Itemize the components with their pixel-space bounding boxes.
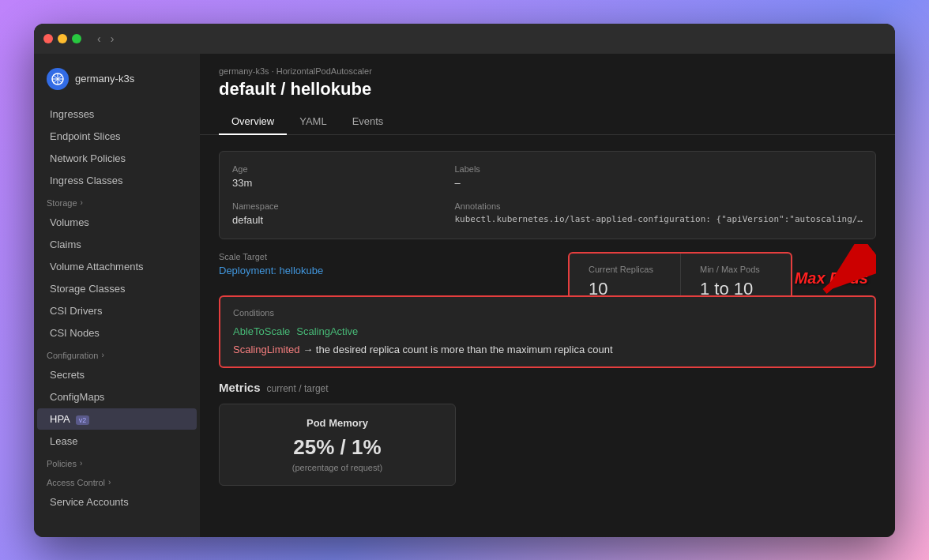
metrics-subtitle: current / target (267, 383, 329, 394)
traffic-lights (43, 34, 81, 43)
labels-label: Labels (454, 164, 863, 174)
storage-section-label: Storage (47, 198, 77, 208)
metrics-card-title: Pod Memory (232, 417, 442, 429)
sidebar-section-policies[interactable]: Policies › (34, 453, 200, 472)
age-field: Age 33m (232, 164, 442, 189)
content-area: germany-k3s · HorizontalPodAutoscaler de… (200, 54, 895, 537)
sidebar-item-network-policies[interactable]: Network Policies (37, 148, 197, 169)
age-label: Age (232, 164, 442, 174)
sidebar-item-endpoint-slices[interactable]: Endpoint Slices (37, 126, 197, 147)
content-body: Age 33m Labels – Namespace default Ann (200, 135, 895, 537)
sidebar-section-storage[interactable]: Storage › (34, 192, 200, 211)
cluster-name-label: germany-k3s (75, 73, 134, 85)
annotations-field: Annotations kubectl.kubernetes.io/last-a… (454, 201, 863, 226)
scale-target-label: Scale Target (219, 252, 555, 261)
access-control-section-label: Access Control (47, 478, 105, 487)
forward-button[interactable]: › (107, 31, 118, 47)
configuration-section-label: Configuration (47, 351, 98, 360)
condition-tag-able-to-scale: AbleToScale (233, 325, 290, 337)
sidebar-item-csi-drivers[interactable]: CSI Drivers (37, 300, 197, 321)
condition-tag-scaling-active: ScalingActive (296, 325, 358, 337)
metrics-card-value: 25% / 1% (232, 435, 442, 460)
close-button[interactable] (43, 34, 53, 43)
metrics-card: Pod Memory 25% / 1% (percentage of reque… (219, 404, 456, 486)
info-grid: Age 33m Labels – Namespace default Ann (232, 164, 863, 226)
annotations-value: kubectl.kubernetes.io/last-applied-confi… (454, 214, 863, 224)
fullscreen-button[interactable] (72, 34, 81, 43)
configuration-section-arrow: › (101, 351, 103, 359)
policies-section-label: Policies (47, 459, 77, 468)
hpa-label: HPA (50, 413, 70, 425)
metrics-card-note: (percentage of request) (232, 463, 442, 472)
namespace-field: Namespace default (232, 201, 442, 226)
sidebar-section-access-control[interactable]: Access Control › (34, 472, 200, 490)
namespace-label: Namespace (232, 201, 442, 211)
minimize-button[interactable] (58, 34, 67, 43)
main-layout: germany-k3s Ingresses Endpoint Slices Ne… (34, 54, 895, 537)
scale-target-area: Scale Target Deployment: hellokube (219, 252, 555, 276)
age-value: 33m (232, 177, 442, 189)
sidebar-item-service-accounts[interactable]: Service Accounts (37, 491, 197, 513)
app-window: ‹ › germany-k3s Ingresses Endpoi (34, 24, 895, 537)
labels-value: – (454, 177, 863, 189)
namespace-value: default (232, 214, 442, 226)
page-title: default / hellokube (219, 79, 876, 100)
hpa-badge: v2 (76, 415, 90, 425)
conditions-title: Conditions (233, 308, 862, 318)
back-button[interactable]: ‹ (94, 31, 104, 47)
kubernetes-icon (47, 68, 69, 90)
annotations-label: Annotations (454, 201, 863, 211)
sidebar-item-lease[interactable]: Lease (37, 430, 197, 452)
sidebar-item-ingresses[interactable]: Ingresses (37, 103, 197, 125)
storage-section-arrow: › (81, 198, 83, 207)
condition-limited-text: ScalingLimited → the desired replica cou… (233, 344, 862, 355)
sidebar-item-csi-nodes[interactable]: CSI Nodes (37, 322, 197, 344)
nav-arrows: ‹ › (94, 31, 117, 47)
cluster-logo-area: germany-k3s (34, 62, 200, 103)
tabs-bar: Overview YAML Events (219, 109, 876, 134)
metrics-header: Metrics current / target (219, 381, 876, 394)
sidebar-item-configmaps[interactable]: ConfigMaps (37, 386, 197, 408)
condition-limited-tag: ScalingLimited (233, 344, 300, 355)
scale-target-value[interactable]: Deployment: hellokube (219, 265, 555, 276)
tab-overview[interactable]: Overview (219, 109, 287, 135)
current-replicas-label: Current Replicas (589, 265, 661, 274)
conditions-card: Conditions AbleToScale ScalingActive Sca… (219, 295, 876, 368)
sidebar-section-configuration[interactable]: Configuration › (34, 344, 200, 363)
titlebar: ‹ › (34, 24, 895, 54)
sidebar-item-claims[interactable]: Claims (37, 234, 197, 255)
labels-field: Labels – (454, 164, 863, 189)
sidebar-item-volumes[interactable]: Volumes (37, 212, 197, 233)
metrics-section: Metrics current / target Pod Memory 25% … (219, 381, 876, 486)
sidebar-item-volume-attachments[interactable]: Volume Attachments (37, 256, 197, 277)
tab-events[interactable]: Events (340, 109, 397, 135)
metrics-title: Metrics (219, 381, 261, 394)
policies-section-arrow: › (80, 459, 82, 468)
condition-limited-description: → the desired replica count is more than… (303, 344, 612, 355)
access-control-section-arrow: › (108, 478, 111, 487)
sidebar-item-ingress-classes[interactable]: Ingress Classes (37, 170, 197, 191)
sidebar: germany-k3s Ingresses Endpoint Slices Ne… (34, 54, 200, 537)
condition-tags: AbleToScale ScalingActive (233, 325, 862, 337)
sidebar-item-storage-classes[interactable]: Storage Classes (37, 278, 197, 299)
tab-yaml[interactable]: YAML (287, 109, 339, 135)
info-card: Age 33m Labels – Namespace default Ann (219, 151, 876, 239)
min-max-label: Min / Max Pods (700, 265, 772, 274)
sidebar-item-secrets[interactable]: Secrets (37, 364, 197, 385)
sidebar-item-hpa[interactable]: HPA v2 (37, 408, 197, 430)
breadcrumb: germany-k3s · HorizontalPodAutoscaler (219, 66, 876, 76)
content-header: germany-k3s · HorizontalPodAutoscaler de… (200, 54, 895, 135)
